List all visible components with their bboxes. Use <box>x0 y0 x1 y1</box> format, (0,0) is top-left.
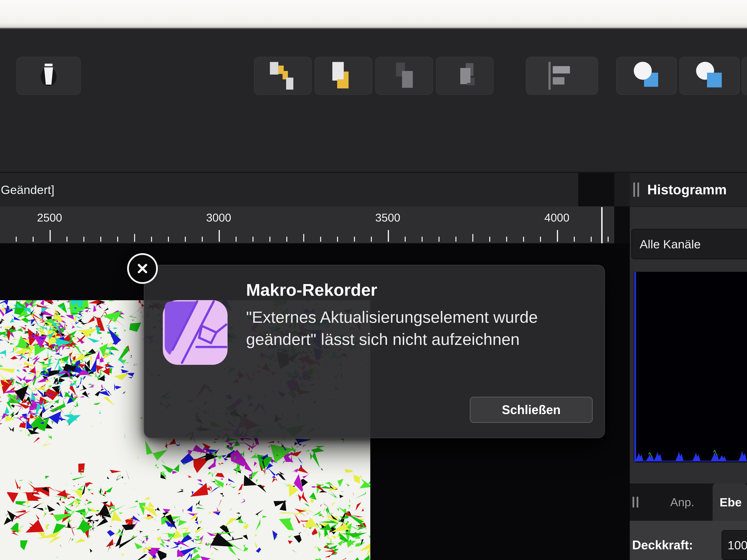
insert-behind-icon <box>629 60 664 92</box>
arrange-back-one-icon <box>266 60 299 91</box>
align-button[interactable] <box>526 57 598 95</box>
screen-top-strip <box>0 0 747 29</box>
histogram-panel-title: Histogramm <box>647 182 727 197</box>
channels-dropdown[interactable]: Alle Kanäle <box>632 229 747 259</box>
channels-dropdown-value: Alle Kanäle <box>640 237 701 251</box>
close-icon <box>136 263 149 274</box>
dialog-close-button[interactable] <box>127 253 158 284</box>
tab-bar-empty-area <box>578 173 614 206</box>
ruler-label: 3000 <box>206 211 231 224</box>
ruler-end-gap <box>614 206 630 243</box>
panel-tab-bar: Anp. Ebe <box>630 483 747 521</box>
arrange-disabled-button-2[interactable] <box>436 57 493 95</box>
insert-on-top-icon <box>693 60 727 92</box>
arrange-disabled-icon <box>448 60 481 91</box>
insert-on-top-button[interactable] <box>679 57 740 95</box>
histogram-chart <box>634 272 747 462</box>
horizontal-ruler[interactable]: 2500 3000 3500 4000 <box>0 206 614 243</box>
arrange-disabled-icon <box>388 60 421 91</box>
ruler-label: 4000 <box>544 211 569 224</box>
ruler-label: 3500 <box>375 211 400 224</box>
dialog-title: Makro-Rekorder <box>246 280 377 300</box>
align-left-icon <box>543 61 581 90</box>
panel-drag-handle-icon[interactable] <box>633 183 639 197</box>
opacity-value-text: 100 <box>727 538 747 552</box>
opacity-value-field[interactable]: 100 <box>722 530 747 560</box>
tab-layers-label: Ebe <box>720 495 742 509</box>
histogram-display <box>634 272 747 462</box>
histogram-panel: Histogramm Alle Kanäle Anp. Ebe Deckkraf… <box>630 173 747 560</box>
schliessen-button[interactable]: Schließen <box>470 397 593 423</box>
insert-behind-button[interactable] <box>616 57 677 95</box>
tab-bar-corner <box>614 173 630 206</box>
document-tab[interactable]: Geändert] <box>0 173 578 206</box>
ruler-label: 2500 <box>37 211 62 224</box>
arrange-disabled-button-1[interactable] <box>375 57 433 95</box>
dialog-message: "Externes Aktualisierungselement wurde g… <box>246 306 600 350</box>
toolbar-button-clipped[interactable] <box>742 57 747 95</box>
arrange-forward-one-icon <box>327 60 360 91</box>
ruler-cursor-indicator <box>601 207 602 243</box>
tab-adjustments[interactable]: Anp. <box>659 496 705 509</box>
trash-icon <box>37 61 60 90</box>
tab-layers[interactable]: Ebe <box>713 483 747 521</box>
opacity-label: Deckkraft: <box>632 530 693 560</box>
affinity-photo-window: Geändert] 2500 3000 3500 4000 Histogramm… <box>0 0 747 560</box>
notification-dialog: Makro-Rekorder "Externes Aktualisierungs… <box>144 265 605 438</box>
document-tab-label: Geändert] <box>0 183 54 197</box>
arrange-move-to-back-button[interactable] <box>254 57 312 95</box>
histogram-panel-header: Histogramm <box>630 173 747 207</box>
arrange-move-forward-button[interactable] <box>315 57 372 95</box>
delete-button[interactable] <box>17 57 81 95</box>
layers-options-row: Deckkraft: 100 <box>630 521 747 560</box>
panel-drag-handle-icon[interactable] <box>633 497 638 508</box>
affinity-photo-icon <box>162 299 228 366</box>
